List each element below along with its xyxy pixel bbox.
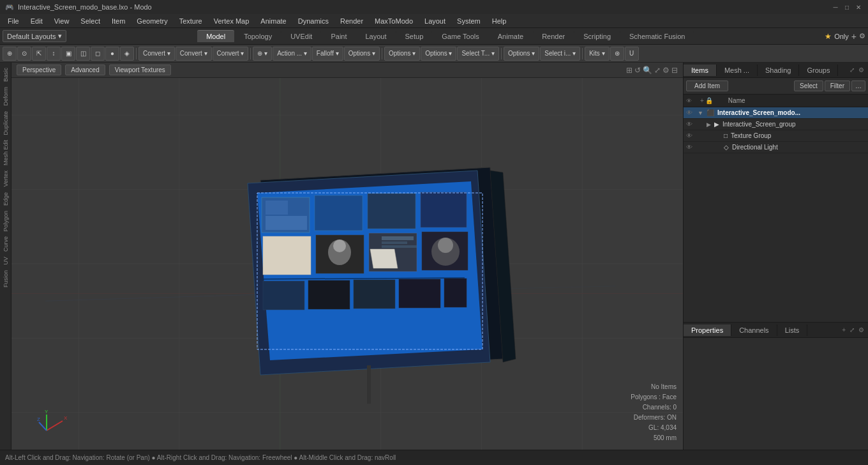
lists-tab[interactable]: Lists: [777, 324, 808, 336]
add-layout-button[interactable]: +: [851, 31, 857, 42]
layout-tab-animate[interactable]: Animate: [489, 31, 532, 42]
expand-view-icon[interactable]: ⊟: [671, 66, 678, 75]
convert-btn-2[interactable]: Convert ▾: [176, 47, 212, 61]
expand-prop-icon[interactable]: ⤢: [848, 325, 856, 335]
items-more-button[interactable]: …: [851, 80, 865, 91]
layout-tab-scripting[interactable]: Scripting: [574, 31, 620, 42]
item-row[interactable]: 👁□Texture Group: [684, 130, 868, 142]
select-item-btn[interactable]: Select i... ▾: [540, 47, 580, 61]
zoom-icon[interactable]: 🔍: [643, 66, 652, 75]
layout-tab-schematic-fusion[interactable]: Schematic Fusion: [620, 31, 694, 42]
channels-tab[interactable]: Channels: [731, 324, 777, 336]
menu-item-texture[interactable]: Texture: [174, 16, 207, 26]
add-prop-tab-icon[interactable]: +: [841, 325, 847, 335]
convert-btn-1[interactable]: Convert ▾: [138, 47, 175, 61]
move-tool[interactable]: ↕: [47, 47, 61, 61]
action-btn[interactable]: ⊕ ▾: [253, 47, 272, 61]
layout-tab-game-tools[interactable]: Game Tools: [433, 31, 488, 42]
menu-item-animate[interactable]: Animate: [255, 16, 291, 26]
sidebar-item-uv[interactable]: UV: [1, 254, 10, 268]
layout-tab-uvedit[interactable]: UVEdit: [281, 31, 321, 42]
add-col-icon[interactable]: +: [700, 97, 704, 104]
menu-item-view[interactable]: View: [49, 16, 75, 26]
sidebar-item-duplicate[interactable]: Duplicate: [1, 109, 10, 138]
scale-tool[interactable]: ▣: [61, 47, 75, 61]
transform-tool[interactable]: ◻: [91, 47, 105, 61]
item-expand-arrow[interactable]: ▼: [698, 110, 703, 116]
right-panel-tab-mesh-...[interactable]: Mesh ...: [717, 65, 758, 76]
sidebar-item-vertex[interactable]: Vertex: [1, 168, 10, 190]
menu-item-render[interactable]: Render: [335, 16, 368, 26]
options-btn-2[interactable]: Options ▾: [384, 47, 420, 61]
select-edge-tool[interactable]: ⊙: [17, 47, 31, 61]
menu-item-item[interactable]: Item: [107, 16, 130, 26]
reset-view-icon[interactable]: ↺: [634, 66, 641, 75]
options-btn-1[interactable]: Options ▾: [344, 47, 380, 61]
item-visibility-icon[interactable]: 👁: [686, 109, 694, 116]
expand-panel-icon[interactable]: ⤢: [848, 65, 856, 75]
layout-dropdown[interactable]: Default Layouts ▾: [3, 30, 66, 42]
menu-item-edit[interactable]: Edit: [26, 16, 48, 26]
menu-item-help[interactable]: Help: [487, 16, 512, 26]
menu-item-layout[interactable]: Layout: [419, 16, 451, 26]
menu-item-maxtomodo[interactable]: MaxToModo: [370, 16, 418, 26]
convert-btn-3[interactable]: Convert ▾: [213, 47, 249, 61]
menu-item-system[interactable]: System: [452, 16, 486, 26]
snap-tool[interactable]: ◈: [120, 47, 134, 61]
minimize-button[interactable]: ─: [831, 3, 840, 11]
filter-button[interactable]: Filter: [825, 80, 850, 91]
lock-col-icon[interactable]: 🔒: [705, 97, 713, 104]
sidebar-item-basic[interactable]: Basic: [1, 65, 10, 84]
falloff-btn[interactable]: Falloff ▾: [312, 47, 343, 61]
viewport-textures-button[interactable]: Viewport Textures: [109, 65, 171, 75]
window-controls[interactable]: ─ □ ✕: [831, 3, 863, 11]
sidebar-item-polygon[interactable]: Polygon: [1, 208, 10, 234]
select-button[interactable]: Select: [794, 80, 823, 91]
add-item-button[interactable]: Add Item: [686, 80, 728, 91]
settings-prop-icon[interactable]: ⚙: [857, 325, 865, 335]
layout-tab-model[interactable]: Model: [197, 30, 234, 42]
select-type-btn[interactable]: Select T... ▾: [457, 47, 499, 61]
menu-item-file[interactable]: File: [3, 16, 24, 26]
plugin-icon[interactable]: ⊛: [610, 47, 624, 61]
item-row[interactable]: 👁◇Directional Light: [684, 142, 868, 153]
maximize-button[interactable]: □: [842, 3, 851, 11]
layout-tab-paint[interactable]: Paint: [322, 31, 355, 42]
item-visibility-icon[interactable]: 👁: [686, 144, 694, 151]
layout-settings-icon[interactable]: ⚙: [859, 32, 865, 40]
viewport-canvas[interactable]: X Y Z No Items Polygons : Face Channels:…: [11, 78, 683, 450]
sidebar-item-curve[interactable]: Curve: [1, 234, 10, 254]
options-btn-3[interactable]: Options ▾: [421, 47, 456, 61]
layout-tab-setup[interactable]: Setup: [396, 31, 433, 42]
perspective-button[interactable]: Perspective: [17, 65, 61, 75]
close-button[interactable]: ✕: [854, 3, 863, 11]
kits-btn[interactable]: Kits ▾: [585, 47, 609, 61]
mirror-tool[interactable]: ●: [105, 47, 119, 61]
item-visibility-icon[interactable]: 👁: [686, 121, 694, 128]
item-visibility-icon[interactable]: 👁: [686, 132, 694, 139]
menu-item-geometry[interactable]: Geometry: [131, 16, 172, 26]
options-btn-4[interactable]: Options ▾: [504, 47, 539, 61]
menu-item-vertex-map[interactable]: Vertex Map: [209, 16, 255, 26]
select-point-tool[interactable]: ⊕: [3, 47, 17, 61]
sidebar-item-fusion[interactable]: Fusion: [1, 268, 10, 290]
right-panel-tab-shading[interactable]: Shading: [758, 65, 799, 76]
menu-item-select[interactable]: Select: [75, 16, 105, 26]
user-icon[interactable]: U: [625, 47, 639, 61]
item-expand-arrow[interactable]: ▶: [707, 121, 711, 128]
viewport-area[interactable]: Perspective Advanced Viewport Textures ⊞…: [11, 63, 683, 450]
layout-tab-layout[interactable]: Layout: [357, 31, 396, 42]
fit-view-icon[interactable]: ⊞: [626, 66, 632, 75]
right-panel-tab-groups[interactable]: Groups: [799, 65, 838, 76]
action-menu-btn[interactable]: Action ... ▾: [273, 47, 311, 61]
properties-tab[interactable]: Properties: [684, 324, 731, 336]
item-row[interactable]: 👁▼⬛Interactive_Screen_modo...: [684, 107, 868, 119]
sidebar-item-edge[interactable]: Edge: [1, 190, 10, 208]
advanced-button[interactable]: Advanced: [65, 65, 105, 75]
panel-settings-icon[interactable]: ⚙: [857, 65, 865, 75]
select-face-tool[interactable]: ⇱: [32, 47, 46, 61]
gear-view-icon[interactable]: ⚙: [662, 66, 670, 75]
layout-tab-render[interactable]: Render: [533, 31, 574, 42]
rotate-tool[interactable]: ◫: [76, 47, 90, 61]
menu-item-dynamics[interactable]: Dynamics: [293, 16, 334, 26]
